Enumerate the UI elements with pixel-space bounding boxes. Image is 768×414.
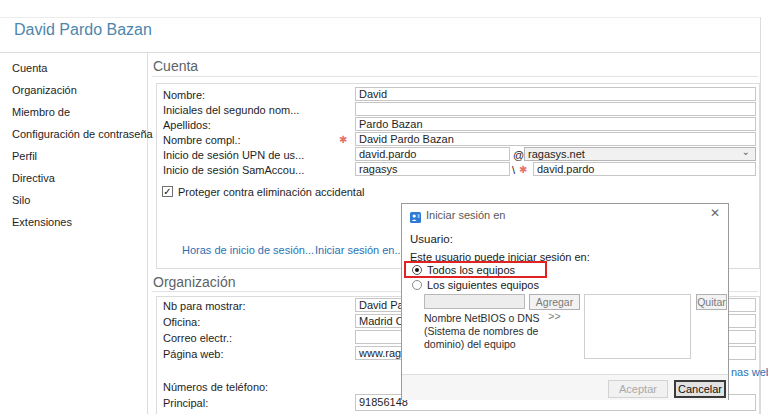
sidebar-item-directiva[interactable]: Directiva xyxy=(12,171,55,185)
telefonos-label: Números de teléfono: xyxy=(163,381,268,393)
sidebar-item-silo[interactable]: Silo xyxy=(12,193,30,207)
sam-backslash: \ xyxy=(512,164,515,176)
sam-field[interactable]: david.pardo xyxy=(533,162,756,176)
organizacion-section-header: Organización xyxy=(153,274,236,290)
radio-todos-label: Todos los equipos xyxy=(427,264,515,276)
sidebar-item-config-contrasena[interactable]: Configuración de contraseña xyxy=(12,127,153,141)
iniciar-sesion-dialog: Iniciar sesión en ✕ Usuario: Este usuari… xyxy=(401,203,729,400)
horas-inicio-sesion-link[interactable]: Horas de inicio de sesión... xyxy=(182,244,314,256)
radio-siguientes-equipos[interactable] xyxy=(412,280,422,290)
nombre-compl-label: Nombre compl.: xyxy=(163,134,241,146)
cuenta-header-underline xyxy=(152,76,758,77)
chevron-down-icon: ⌄ xyxy=(742,147,750,158)
nombre-compl-field[interactable]: David Pardo Bazan xyxy=(355,132,756,146)
radio-siguientes-label: Los siguientes equipos xyxy=(427,279,539,291)
equipos-listbox[interactable] xyxy=(584,294,691,359)
pagina-web-label: Página web: xyxy=(163,348,224,360)
sidebar-item-cuenta[interactable]: Cuenta xyxy=(12,61,47,75)
top-divider xyxy=(0,17,761,18)
upn-label: Inicio de sesión UPN de us... xyxy=(163,149,304,161)
agregar-button[interactable]: Agregar >> xyxy=(529,294,580,310)
iniciales-field[interactable] xyxy=(355,102,756,116)
aceptar-button[interactable]: Aceptar xyxy=(608,380,668,398)
correo-label: Correo electr.: xyxy=(163,332,232,344)
sidebar-item-organizacion[interactable]: Organización xyxy=(12,83,77,97)
dialog-title: Iniciar sesión en xyxy=(426,209,506,221)
user-card-icon xyxy=(410,209,421,220)
sam-domain-field[interactable]: ragasys xyxy=(355,162,510,176)
equipo-name-input[interactable] xyxy=(424,294,525,309)
cuenta-section-header: Cuenta xyxy=(153,58,198,74)
otras-paginas-web-link[interactable]: nas web... xyxy=(731,366,768,378)
protect-checkbox-label: Proteger contra eliminación accidental xyxy=(178,186,365,198)
iniciar-sesion-en-link[interactable]: Iniciar sesión en... xyxy=(315,244,404,256)
upn-domain-dropdown[interactable]: ragasys.net ⌄ xyxy=(524,147,756,161)
upn-at-symbol: @ xyxy=(513,149,524,161)
usuario-label: Usuario: xyxy=(410,233,453,245)
apellidos-label: Apellidos: xyxy=(163,119,211,131)
cancelar-button[interactable]: Cancelar xyxy=(674,380,726,398)
principal-label: Principal: xyxy=(163,397,208,409)
apellidos-field[interactable]: Pardo Bazan xyxy=(355,117,756,131)
required-asterisk-icon: ✱ xyxy=(339,134,347,145)
nombre-field[interactable]: David xyxy=(355,87,756,101)
sidebar-item-miembro-de[interactable]: Miembro de xyxy=(12,105,70,119)
netbios-help-text: Nombre NetBIOS o DNS (Sistema de nombres… xyxy=(424,312,544,351)
protect-checkbox[interactable]: ✓ xyxy=(162,186,173,197)
upn-field[interactable]: david.pardo xyxy=(355,147,510,161)
page-title: David Pardo Bazan xyxy=(14,21,152,39)
sidebar-divider xyxy=(147,53,148,414)
sidebar-item-perfil[interactable]: Perfil xyxy=(12,149,37,163)
required-asterisk-icon: ✱ xyxy=(519,164,527,175)
sidebar-item-extensiones[interactable]: Extensiones xyxy=(12,215,72,229)
iniciales-label: Iniciales del segundo nom... xyxy=(163,104,299,116)
adac-user-properties-window: David Pardo Bazan Cuenta Organización Mi… xyxy=(0,0,768,414)
sam-label: Inicio de sesión SamAccou... xyxy=(163,164,304,176)
oficina-label: Oficina: xyxy=(163,316,200,328)
title-divider xyxy=(0,52,761,53)
nb-mostrar-label: Nb para mostrar: xyxy=(163,300,246,312)
close-icon[interactable]: ✕ xyxy=(710,206,720,220)
quitar-button[interactable]: Quitar xyxy=(696,294,727,310)
page-right-edge xyxy=(760,17,761,414)
nombre-label: Nombre: xyxy=(163,89,205,101)
radio-todos-los-equipos[interactable] xyxy=(412,265,422,275)
